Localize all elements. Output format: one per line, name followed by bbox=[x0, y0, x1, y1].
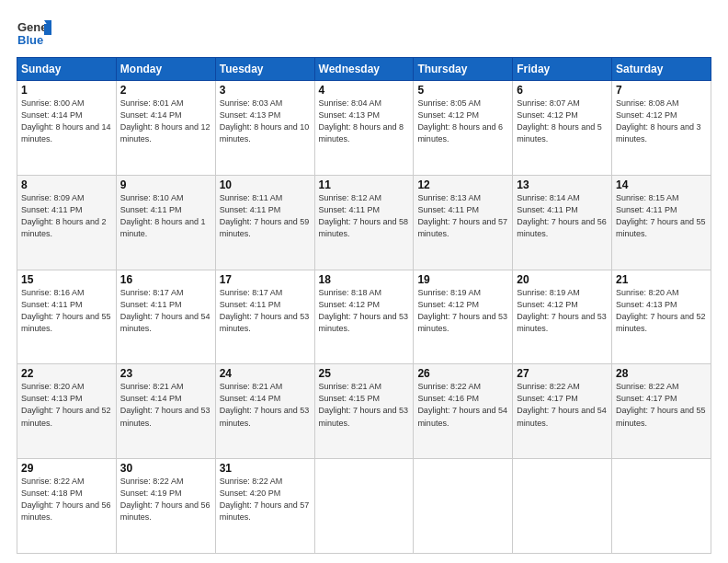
calendar-cell: 31Sunrise: 8:22 AM Sunset: 4:20 PM Dayli… bbox=[215, 459, 314, 554]
day-info: Sunrise: 8:05 AM Sunset: 4:12 PM Dayligh… bbox=[417, 98, 508, 145]
day-number: 2 bbox=[120, 84, 211, 97]
calendar-cell: 25Sunrise: 8:21 AM Sunset: 4:15 PM Dayli… bbox=[314, 364, 414, 459]
calendar-cell: 19Sunrise: 8:19 AM Sunset: 4:12 PM Dayli… bbox=[414, 270, 513, 364]
calendar-week: 22Sunrise: 8:20 AM Sunset: 4:13 PM Dayli… bbox=[17, 364, 711, 459]
logo: General Blue bbox=[17, 17, 51, 48]
calendar-week: 29Sunrise: 8:22 AM Sunset: 4:18 PM Dayli… bbox=[17, 459, 711, 554]
day-number: 17 bbox=[220, 273, 311, 286]
calendar-cell: 7Sunrise: 8:08 AM Sunset: 4:12 PM Daylig… bbox=[612, 81, 711, 176]
day-info: Sunrise: 8:12 AM Sunset: 4:11 PM Dayligh… bbox=[319, 192, 410, 240]
day-info: Sunrise: 8:03 AM Sunset: 4:13 PM Dayligh… bbox=[220, 98, 311, 145]
calendar-cell: 18Sunrise: 8:18 AM Sunset: 4:12 PM Dayli… bbox=[314, 270, 414, 364]
weekday-header: Monday bbox=[116, 58, 215, 81]
svg-text:Blue: Blue bbox=[17, 33, 43, 47]
calendar-cell: 28Sunrise: 8:22 AM Sunset: 4:17 PM Dayli… bbox=[612, 364, 711, 459]
day-info: Sunrise: 8:22 AM Sunset: 4:17 PM Dayligh… bbox=[517, 381, 608, 429]
day-number: 10 bbox=[220, 178, 311, 191]
day-number: 11 bbox=[319, 178, 410, 191]
day-info: Sunrise: 8:18 AM Sunset: 4:12 PM Dayligh… bbox=[319, 287, 410, 335]
day-info: Sunrise: 8:01 AM Sunset: 4:14 PM Dayligh… bbox=[120, 98, 211, 145]
day-info: Sunrise: 8:10 AM Sunset: 4:11 PM Dayligh… bbox=[120, 192, 211, 240]
calendar-cell: 23Sunrise: 8:21 AM Sunset: 4:14 PM Dayli… bbox=[116, 364, 215, 459]
day-number: 26 bbox=[417, 367, 508, 380]
calendar-cell: 2Sunrise: 8:01 AM Sunset: 4:14 PM Daylig… bbox=[116, 81, 215, 176]
calendar-cell: 4Sunrise: 8:04 AM Sunset: 4:13 PM Daylig… bbox=[314, 81, 414, 176]
day-number: 5 bbox=[417, 84, 508, 97]
day-number: 25 bbox=[319, 367, 410, 380]
weekday-header: Saturday bbox=[612, 58, 711, 81]
day-info: Sunrise: 8:04 AM Sunset: 4:13 PM Dayligh… bbox=[319, 98, 410, 145]
day-number: 29 bbox=[21, 462, 112, 475]
day-number: 15 bbox=[21, 273, 112, 286]
day-number: 22 bbox=[21, 367, 112, 380]
calendar-cell: 11Sunrise: 8:12 AM Sunset: 4:11 PM Dayli… bbox=[314, 175, 414, 270]
day-number: 28 bbox=[616, 367, 707, 380]
day-info: Sunrise: 8:21 AM Sunset: 4:14 PM Dayligh… bbox=[220, 381, 311, 429]
day-info: Sunrise: 8:22 AM Sunset: 4:19 PM Dayligh… bbox=[120, 476, 211, 523]
day-number: 12 bbox=[417, 178, 508, 191]
weekday-header: Sunday bbox=[17, 58, 117, 81]
day-info: Sunrise: 8:17 AM Sunset: 4:11 PM Dayligh… bbox=[120, 287, 211, 335]
day-number: 19 bbox=[417, 273, 508, 286]
calendar-cell: 6Sunrise: 8:07 AM Sunset: 4:12 PM Daylig… bbox=[513, 81, 612, 176]
calendar-table: SundayMondayTuesdayWednesdayThursdayFrid… bbox=[17, 57, 711, 554]
calendar-cell: 9Sunrise: 8:10 AM Sunset: 4:11 PM Daylig… bbox=[116, 175, 215, 270]
calendar-cell bbox=[513, 459, 612, 554]
day-info: Sunrise: 8:11 AM Sunset: 4:11 PM Dayligh… bbox=[220, 192, 311, 240]
day-info: Sunrise: 8:00 AM Sunset: 4:14 PM Dayligh… bbox=[21, 98, 112, 145]
calendar-week: 15Sunrise: 8:16 AM Sunset: 4:11 PM Dayli… bbox=[17, 270, 711, 364]
calendar-cell: 15Sunrise: 8:16 AM Sunset: 4:11 PM Dayli… bbox=[17, 270, 117, 364]
calendar-cell: 3Sunrise: 8:03 AM Sunset: 4:13 PM Daylig… bbox=[215, 81, 314, 176]
calendar-cell bbox=[314, 459, 414, 554]
day-number: 30 bbox=[120, 462, 211, 475]
day-info: Sunrise: 8:15 AM Sunset: 4:11 PM Dayligh… bbox=[616, 192, 707, 240]
day-number: 21 bbox=[616, 273, 707, 286]
day-info: Sunrise: 8:07 AM Sunset: 4:12 PM Dayligh… bbox=[517, 98, 608, 145]
calendar-cell: 29Sunrise: 8:22 AM Sunset: 4:18 PM Dayli… bbox=[17, 459, 117, 554]
day-number: 24 bbox=[220, 367, 311, 380]
day-info: Sunrise: 8:14 AM Sunset: 4:11 PM Dayligh… bbox=[517, 192, 608, 240]
page: General Blue SundayMondayTuesdayWednesda… bbox=[0, 0, 728, 563]
calendar-cell: 12Sunrise: 8:13 AM Sunset: 4:11 PM Dayli… bbox=[414, 175, 513, 270]
calendar-cell: 8Sunrise: 8:09 AM Sunset: 4:11 PM Daylig… bbox=[17, 175, 117, 270]
day-number: 4 bbox=[319, 84, 410, 97]
day-info: Sunrise: 8:16 AM Sunset: 4:11 PM Dayligh… bbox=[21, 287, 112, 335]
day-number: 7 bbox=[616, 84, 707, 97]
day-number: 1 bbox=[21, 84, 112, 97]
day-number: 27 bbox=[517, 367, 608, 380]
weekday-header: Wednesday bbox=[314, 58, 414, 81]
day-number: 23 bbox=[120, 367, 211, 380]
logo-icon: General Blue bbox=[17, 17, 51, 48]
day-info: Sunrise: 8:21 AM Sunset: 4:14 PM Dayligh… bbox=[120, 381, 211, 429]
calendar-cell: 14Sunrise: 8:15 AM Sunset: 4:11 PM Dayli… bbox=[612, 175, 711, 270]
calendar-cell: 10Sunrise: 8:11 AM Sunset: 4:11 PM Dayli… bbox=[215, 175, 314, 270]
day-number: 9 bbox=[120, 178, 211, 191]
day-number: 13 bbox=[517, 178, 608, 191]
calendar-week: 8Sunrise: 8:09 AM Sunset: 4:11 PM Daylig… bbox=[17, 175, 711, 270]
calendar-cell: 26Sunrise: 8:22 AM Sunset: 4:16 PM Dayli… bbox=[414, 364, 513, 459]
calendar-week: 1Sunrise: 8:00 AM Sunset: 4:14 PM Daylig… bbox=[17, 81, 711, 176]
day-info: Sunrise: 8:13 AM Sunset: 4:11 PM Dayligh… bbox=[417, 192, 508, 240]
calendar-cell: 30Sunrise: 8:22 AM Sunset: 4:19 PM Dayli… bbox=[116, 459, 215, 554]
day-number: 31 bbox=[220, 462, 311, 475]
header: General Blue bbox=[17, 17, 711, 48]
day-info: Sunrise: 8:08 AM Sunset: 4:12 PM Dayligh… bbox=[616, 98, 707, 145]
weekday-header: Friday bbox=[513, 58, 612, 81]
day-info: Sunrise: 8:19 AM Sunset: 4:12 PM Dayligh… bbox=[517, 287, 608, 335]
calendar-cell bbox=[414, 459, 513, 554]
day-info: Sunrise: 8:22 AM Sunset: 4:17 PM Dayligh… bbox=[616, 381, 707, 429]
day-info: Sunrise: 8:17 AM Sunset: 4:11 PM Dayligh… bbox=[220, 287, 311, 335]
weekday-header: Tuesday bbox=[215, 58, 314, 81]
day-info: Sunrise: 8:19 AM Sunset: 4:12 PM Dayligh… bbox=[417, 287, 508, 335]
calendar-cell: 27Sunrise: 8:22 AM Sunset: 4:17 PM Dayli… bbox=[513, 364, 612, 459]
calendar-cell: 13Sunrise: 8:14 AM Sunset: 4:11 PM Dayli… bbox=[513, 175, 612, 270]
calendar-cell: 17Sunrise: 8:17 AM Sunset: 4:11 PM Dayli… bbox=[215, 270, 314, 364]
day-info: Sunrise: 8:22 AM Sunset: 4:20 PM Dayligh… bbox=[220, 476, 311, 523]
calendar-cell: 16Sunrise: 8:17 AM Sunset: 4:11 PM Dayli… bbox=[116, 270, 215, 364]
day-info: Sunrise: 8:22 AM Sunset: 4:16 PM Dayligh… bbox=[417, 381, 508, 429]
day-number: 16 bbox=[120, 273, 211, 286]
day-info: Sunrise: 8:20 AM Sunset: 4:13 PM Dayligh… bbox=[21, 381, 112, 429]
day-number: 14 bbox=[616, 178, 707, 191]
calendar-cell: 22Sunrise: 8:20 AM Sunset: 4:13 PM Dayli… bbox=[17, 364, 117, 459]
weekday-header: Thursday bbox=[414, 58, 513, 81]
